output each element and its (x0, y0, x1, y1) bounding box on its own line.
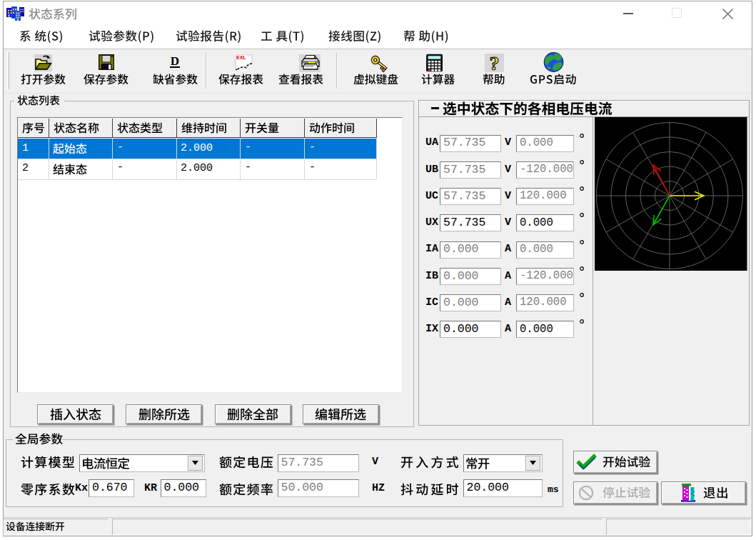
svg-text:?: ? (490, 52, 500, 74)
svg-text:EXL: EXL (236, 55, 246, 60)
